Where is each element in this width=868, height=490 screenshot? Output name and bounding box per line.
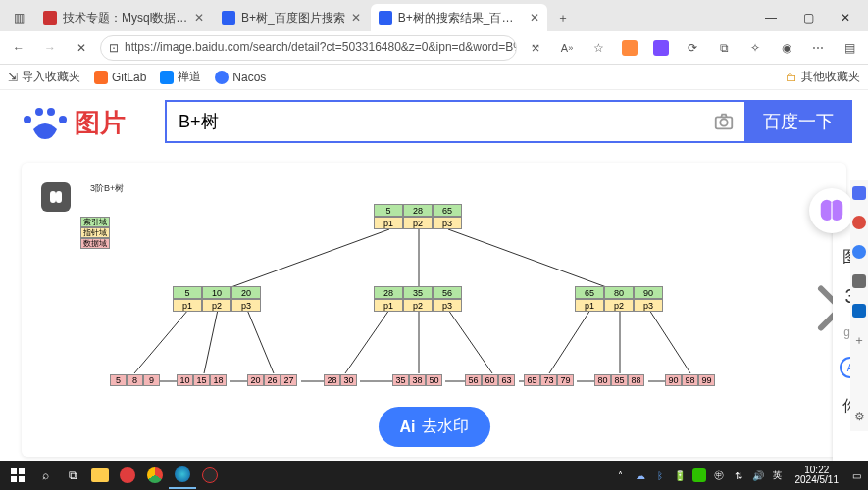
lock-icon: ⊡ [109, 41, 119, 55]
tab-list-icon[interactable]: ▥ [4, 4, 33, 31]
tab-bplus-search[interactable]: B+树_百度图片搜索 ✕ [214, 4, 369, 31]
explorer-icon[interactable] [86, 462, 114, 489]
image-viewer: 3阶B+树 索引域 指针域 数据域 5 28 65 [22, 163, 846, 457]
bookmark-nacos[interactable]: Nacos [215, 71, 266, 84]
remove-watermark-button[interactable]: Ai 去水印 [379, 407, 490, 447]
search-button[interactable]: 百度一下 [744, 100, 852, 143]
profile-icon[interactable]: ◉ [774, 35, 799, 61]
import-bookmarks[interactable]: ⇲ 导入收藏夹 [8, 69, 80, 85]
close-icon[interactable]: ✕ [530, 11, 539, 24]
gitlab-icon [94, 71, 108, 84]
internal-node: 283556 p1p2p3 [374, 286, 462, 312]
bookmark-label: 禅道 [178, 69, 201, 85]
minimize-button[interactable]: — [752, 4, 790, 31]
svg-point-2 [47, 108, 55, 116]
svg-point-1 [35, 108, 43, 116]
svg-line-9 [448, 229, 620, 292]
legend-index: 索引域 [80, 217, 110, 227]
back-button[interactable]: ← [6, 35, 31, 61]
clock[interactable]: 10:22 2024/5/11 [790, 466, 845, 485]
leaf-node: 566063 [465, 374, 515, 386]
pdf-icon [43, 11, 57, 24]
watermark-label: 去水印 [422, 416, 469, 437]
edge-tool-icon[interactable] [852, 216, 866, 229]
search-row: 图片 B+树 百度一下 [0, 90, 868, 149]
system-tray: ˄ ☁ ᛒ 🔋 ㊥ ⇅ 🔊 英 10:22 2024/5/11 ▭ [613, 466, 865, 485]
new-tab-button[interactable]: ＋ [549, 4, 577, 31]
tray-up-icon[interactable]: ˄ [613, 467, 629, 483]
root-node: 5 28 65 p1 p2 p3 [374, 204, 462, 229]
refresh-icon[interactable]: ⟳ [680, 35, 705, 61]
chrome-icon[interactable] [141, 462, 169, 489]
leaf-node: 202627 [247, 374, 297, 386]
wifi-icon[interactable]: ⇅ [731, 467, 746, 483]
start-button[interactable] [4, 462, 31, 489]
ai-assistant-icon[interactable] [809, 188, 854, 233]
search-input[interactable]: B+树 [165, 100, 703, 143]
edge-tool-icon[interactable] [852, 274, 866, 288]
extensions-icon[interactable]: ✧ [742, 35, 768, 61]
ext-icon[interactable] [617, 35, 642, 61]
tab-label: B+树_百度图片搜索 [241, 10, 345, 26]
bookmark-gitlab[interactable]: GitLab [94, 71, 146, 84]
tab-label: 技术专题：Mysql数据库（视图、 [63, 10, 188, 26]
notifications-icon[interactable]: ▭ [848, 467, 864, 483]
translate-icon[interactable]: A» [554, 35, 580, 61]
forward-button[interactable]: → [37, 35, 63, 61]
onedrive-icon[interactable]: ☁ [633, 467, 648, 483]
stop-button[interactable]: ✕ [69, 35, 94, 61]
sidebar-icon[interactable]: ▤ [837, 35, 862, 61]
search-value: B+树 [179, 110, 219, 133]
edge-tool-icon[interactable] [852, 304, 866, 318]
search-button-label: 百度一下 [763, 110, 834, 133]
camera-icon[interactable] [703, 100, 744, 143]
record-icon[interactable] [196, 462, 224, 489]
bookmark-bar: ⇲ 导入收藏夹 GitLab 禅道 Nacos 🗀 其他收藏夹 [0, 65, 868, 90]
leaf-node: 657379 [524, 374, 574, 386]
edge-icon[interactable] [169, 462, 196, 489]
folder-icon: 🗀 [786, 71, 797, 84]
svg-line-12 [247, 310, 274, 373]
edge-tool-icon[interactable] [852, 186, 866, 200]
tab-label: B+树的搜索结果_百度图片搜索 [398, 10, 524, 26]
bluetooth-icon[interactable]: ᛒ [652, 467, 668, 483]
app-icon[interactable] [114, 462, 141, 489]
other-bookmarks[interactable]: 🗀 其他收藏夹 [786, 69, 860, 85]
volume-icon[interactable]: 🔊 [750, 467, 766, 483]
svg-rect-28 [19, 468, 25, 474]
battery-icon[interactable]: 🔋 [672, 467, 688, 483]
task-view-icon[interactable]: ⧉ [59, 462, 86, 489]
ime-icon[interactable]: 英 [770, 467, 786, 483]
input-icon[interactable]: ㊥ [711, 467, 727, 483]
tab-mysql[interactable]: 技术专题：Mysql数据库（视图、 ✕ [35, 4, 212, 31]
brain-icon [41, 182, 71, 212]
baidu-logo[interactable]: 图片 [16, 100, 153, 143]
collections-icon[interactable]: ⧉ [711, 35, 737, 61]
url-field[interactable]: ⊡ https://image.baidu.com/search/detail?… [100, 35, 517, 61]
close-window-button[interactable]: ✕ [827, 4, 864, 31]
close-icon[interactable]: ✕ [351, 11, 361, 24]
svg-point-6 [720, 119, 727, 125]
menu-icon[interactable]: ⋯ [805, 35, 831, 61]
ext-icon[interactable] [648, 35, 674, 61]
search-box: B+树 百度一下 [165, 100, 852, 143]
leaf-node: 909899 [665, 374, 715, 386]
tab-bplus-result[interactable]: B+树的搜索结果_百度图片搜索 ✕ [371, 4, 547, 31]
bookmark-zentao[interactable]: 禅道 [160, 69, 201, 85]
baidu-icon [379, 11, 392, 24]
legend: 索引域 指针域 数据域 [80, 217, 110, 249]
page-content: 图片 B+树 百度一下 3阶B+树 索引域 指针域 数据域 [0, 90, 868, 461]
maximize-button[interactable]: ▢ [790, 4, 827, 31]
favorite-icon[interactable]: ☆ [586, 35, 611, 61]
read-aloud-icon[interactable]: ⤧ [523, 35, 548, 61]
gear-icon[interactable]: ⚙ [852, 410, 866, 423]
search-icon[interactable]: ⌕ [31, 462, 59, 489]
close-icon[interactable]: ✕ [194, 11, 204, 24]
svg-line-15 [448, 310, 492, 373]
wechat-icon[interactable] [691, 467, 707, 483]
edge-plus-icon[interactable]: ＋ [852, 333, 866, 347]
bookmark-label: Nacos [232, 71, 266, 84]
internal-node: 51020 p1p2p3 [173, 286, 261, 312]
edge-tool-icon[interactable] [852, 245, 866, 259]
leaf-node: 589 [110, 374, 160, 386]
